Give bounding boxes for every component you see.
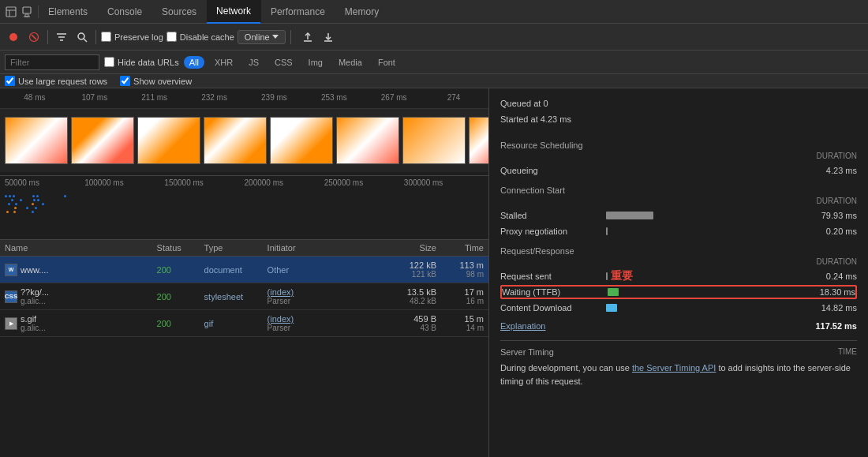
server-timing-section: Server Timing TIME During development, y… [500,340,857,389]
filter-type-js[interactable]: JS [243,56,264,69]
total-duration: 117.52 ms [815,321,857,331]
thumbnail-3 [204,117,267,164]
request-sent-label: Request sent [500,272,603,281]
proxy-bar-visual [606,227,608,235]
tab-bar: Elements Console Sources Network Perform… [0,0,868,24]
inspect-icon[interactable] [5,6,17,18]
timing-total-row: Explanation 117.52 ms [500,321,857,331]
filter-type-css[interactable]: CSS [269,56,298,69]
tab-console[interactable]: Console [98,0,152,24]
tick-7: 274 [424,93,484,107]
toolbar: Preserve log Disable cache Online [0,24,868,51]
content-download-bar-visual [606,304,617,312]
clear-button[interactable] [25,28,43,46]
thumbnails-row [0,109,488,172]
tab-performance[interactable]: Performance [261,0,335,24]
svg-rect-3 [23,7,31,13]
filter-type-font[interactable]: Font [372,56,401,69]
server-timing-header: Server Timing TIME [500,347,857,357]
row-time-0: 113 m 98 m [436,260,484,279]
row-name-0: W www.... [5,264,157,276]
tick-0: 48 ms [5,93,65,107]
filter-type-xhr[interactable]: XHR [209,56,238,69]
timing-header-2: DURATION [500,197,857,205]
request-response-title: Request/Response [500,246,857,256]
row-time-1: 17 m 16 m [436,287,484,305]
proxy-bar [603,227,810,235]
important-label: 重要 [611,269,633,283]
tick-4: 239 ms [245,93,305,107]
waiting-label: Waiting (TTFB) [502,287,604,297]
explanation-link[interactable]: Explanation [500,321,546,331]
row-name-text-1: ??kg/... g.alic... [21,287,49,305]
waiting-bar [604,288,808,296]
tick-2: 211 ms [125,93,185,107]
tab-network[interactable]: Network [207,0,261,24]
timing-header-3: DURATION [500,257,857,266]
divider-2 [95,30,96,44]
stalled-duration: 79.93 ms [810,211,857,220]
svg-point-6 [9,33,17,41]
table-row[interactable]: ▶ s.gif g.alic... 200 gif (index) Parser [0,310,488,337]
filter-type-all[interactable]: All [184,56,204,69]
upload-button[interactable] [299,28,316,46]
thumbnail-5 [336,117,399,164]
record-button[interactable] [5,28,22,46]
row-type-2: gif [204,319,268,328]
tick-3: 232 ms [185,93,245,107]
online-dropdown[interactable]: Online [238,30,286,44]
thumbnail-6 [402,117,466,164]
main-area: 48 ms 107 ms 211 ms 232 ms 239 ms 253 ms… [0,88,868,457]
server-timing-api-link[interactable]: the Server Timing API [632,363,716,373]
disable-cache-checkbox[interactable]: Disable cache [166,32,234,42]
timeline-top-ticks: 48 ms 107 ms 211 ms 232 ms 239 ms 253 ms… [0,92,488,109]
download-button[interactable] [320,28,337,46]
scale-0: 50000 ms [5,178,84,189]
col-header-status: Status [157,243,204,253]
tab-sources[interactable]: Sources [152,0,207,24]
scale-2: 150000 ms [164,178,244,189]
large-rows-option[interactable]: Use large request rows [5,76,107,86]
thumbnails-timeline: 48 ms 107 ms 211 ms 232 ms 239 ms 253 ms… [0,88,488,176]
row-initiator-0: Other [268,265,381,275]
connection-start-title: Connection Start [500,185,857,195]
device-icon[interactable] [21,6,33,18]
row-initiator-2: (index) Parser [268,314,381,332]
row-name-text-0: www.... [21,265,48,275]
tick-5: 253 ms [304,93,364,107]
waiting-ttfb-row: Waiting (TTFB) 18.30 ms [500,285,857,299]
filter-type-img[interactable]: Img [303,56,328,69]
server-timing-description: During development, you can use the Serv… [500,361,857,389]
filter-input[interactable] [5,54,99,70]
row-icon-0: W [5,264,17,276]
table-row[interactable]: CSS ??kg/... g.alic... 200 stylesheet (i… [0,283,488,310]
tab-memory[interactable]: Memory [335,0,389,24]
preserve-log-checkbox[interactable]: Preserve log [101,32,163,42]
server-timing-time-label: TIME [838,347,857,357]
content-download-label: Content Download [500,303,603,313]
queueing-row: Queueing 4.23 ms [500,163,857,178]
tab-elements[interactable]: Elements [39,0,98,24]
col-header-initiator: Initiator [268,243,381,253]
options-row: Use large request rows Show overview [0,74,868,88]
proxy-row: Proxy negotiation 0.20 ms [500,224,857,238]
show-overview-option[interactable]: Show overview [120,76,192,86]
thumbnail-1 [71,117,134,164]
stalled-bar [603,212,810,219]
thumbnail-2 [137,117,200,164]
col-header-size: Size [381,243,436,253]
filter-button[interactable] [53,28,70,46]
hide-data-urls-checkbox[interactable]: Hide data URLs [104,57,179,67]
tab-bar-icons [0,6,39,18]
timeline-scale: 50000 ms 100000 ms 150000 ms 200000 ms 2… [0,176,488,192]
search-button[interactable] [73,28,91,46]
right-panel: Queued at 0 Started at 4.23 ms Resource … [489,88,868,457]
divider-3 [290,30,291,44]
request-sent-bar-visual [606,272,608,280]
filter-type-media[interactable]: Media [333,56,368,69]
table-row[interactable]: W www.... 200 document Other 122 kB 121 … [0,257,488,283]
row-icon-2: ▶ [5,317,17,330]
row-time-2: 15 m 14 m [436,314,484,332]
upload-download-group [299,28,337,46]
request-sent-bar: 重要 [603,269,810,283]
